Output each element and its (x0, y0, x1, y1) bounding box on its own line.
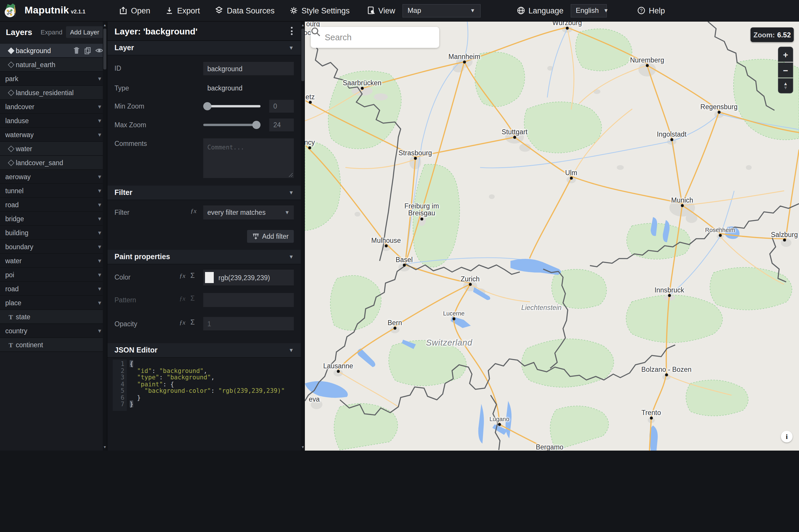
city-dot (498, 423, 501, 426)
color-field[interactable]: rgb(239,239,239) (203, 270, 294, 285)
chevron-down-icon: ▼ (97, 132, 102, 137)
sidebar-scrollbar[interactable]: ▲ ▼ (103, 22, 107, 450)
section-filter[interactable]: Filter ▼ (108, 186, 301, 200)
sidebar-item-continent[interactable]: Tcontinent (0, 338, 107, 352)
compass-button[interactable]: ▲▼ (778, 78, 793, 93)
export-button[interactable]: Export (166, 6, 200, 15)
add-filter-button[interactable]: Add filter (247, 230, 294, 243)
sidebar-item-country[interactable]: country▼ (0, 324, 107, 338)
section-json-editor[interactable]: JSON Editor ▼ (108, 343, 301, 358)
min-zoom-value[interactable]: 0 (269, 100, 294, 113)
search-input[interactable] (323, 32, 420, 43)
add-layer-button[interactable]: Add Layer (66, 26, 104, 38)
expand-button[interactable]: Expand (37, 26, 66, 37)
fx-icon[interactable]: ƒx (190, 207, 197, 214)
sidebar-item-tunnel[interactable]: tunnel▼ (0, 184, 107, 198)
city-dot (403, 264, 406, 266)
data-sources-button[interactable]: Data Sources (215, 6, 275, 15)
layer-type-icon (6, 90, 16, 95)
sidebar-item-road[interactable]: road▼ (0, 198, 107, 212)
comments-textarea[interactable]: Comment... (203, 138, 294, 178)
attribution-info-button[interactable]: i (781, 431, 793, 442)
sidebar-item-park[interactable]: park▼ (0, 72, 107, 86)
map-label: Lausanne (323, 362, 353, 369)
help-button[interactable]: ? Help (637, 6, 665, 15)
section-paint[interactable]: Paint properties ▼ (108, 250, 301, 264)
visibility-icon[interactable] (95, 47, 104, 54)
nav-menu: Open Export Data Sources Style Setti (119, 6, 350, 15)
chevron-down-icon: ▼ (289, 254, 294, 260)
layer-label: state (16, 313, 30, 320)
sidebar-item-waterway[interactable]: waterway▼ (0, 128, 107, 142)
sidebar-item-landuse_residential[interactable]: landuse_residential (0, 86, 107, 100)
zoom-out-button[interactable]: − (778, 62, 793, 78)
trash-icon[interactable] (73, 47, 80, 54)
layer-label: waterway (5, 131, 34, 138)
style-settings-button[interactable]: Style Settings (290, 6, 350, 15)
pattern-field[interactable] (203, 293, 294, 307)
map-search[interactable] (311, 27, 439, 48)
open-button[interactable]: Open (119, 6, 150, 15)
text-layer-icon: T (6, 313, 16, 320)
layer-label: natural_earth (16, 61, 55, 68)
map-label: Salzburg (771, 231, 798, 238)
city-dot (453, 318, 455, 320)
map-labels: ourgocWürzburgMannheimNurembergSaarbrück… (305, 22, 799, 450)
max-zoom-slider[interactable] (203, 118, 260, 131)
fx-icon[interactable]: ƒx (179, 272, 185, 279)
max-zoom-value[interactable]: 24 (269, 118, 294, 131)
view-select[interactable]: Map ▼ (402, 4, 480, 17)
fx-icon[interactable]: ƒx (179, 295, 185, 302)
language-select[interactable]: English ▼ (571, 4, 607, 17)
sigma-icon[interactable]: Σ (190, 271, 195, 280)
id-field[interactable]: background (203, 62, 294, 75)
opacity-field[interactable]: 1 (203, 317, 294, 330)
comments-placeholder: Comment... (207, 144, 244, 151)
json-code[interactable]: { "id": "background", "type": "backgroun… (127, 360, 285, 411)
sidebar-item-place[interactable]: place▼ (0, 296, 107, 310)
duplicate-icon[interactable] (84, 47, 91, 54)
sidebar-item-water[interactable]: water▼ (0, 254, 107, 268)
sidebar-item-aeroway[interactable]: aeroway▼ (0, 170, 107, 184)
sidebar-item-boundary[interactable]: boundary▼ (0, 240, 107, 254)
map-label: Ingolstadt (657, 131, 687, 138)
sidebar-item-landcover[interactable]: landcover▼ (0, 100, 107, 114)
city-dot (469, 283, 472, 286)
sidebar-item-landuse[interactable]: landuse▼ (0, 114, 107, 128)
sidebar-item-landcover_sand[interactable]: landcover_sand (0, 156, 107, 170)
layer-actions (73, 47, 104, 54)
sigma-icon[interactable]: Σ (190, 294, 195, 302)
filter-select[interactable]: every filter matches ▼ (203, 206, 294, 220)
sigma-icon[interactable]: Σ (190, 318, 195, 326)
sidebar-item-road[interactable]: road▼ (0, 282, 107, 296)
sidebar-item-state[interactable]: Tstate (0, 310, 107, 324)
sidebar-item-water[interactable]: water (0, 142, 107, 156)
city-dot (668, 294, 671, 297)
zoom-indicator: Zoom: 6.52 (750, 27, 794, 42)
sidebar-item-background[interactable]: background (0, 44, 107, 58)
sidebar-item-building[interactable]: building▼ (0, 226, 107, 240)
json-editor[interactable]: 1234567 { "id": "background", "type": "b… (113, 360, 294, 411)
editor-scrollbar[interactable]: ▲ ▼ (301, 22, 305, 450)
opacity-label: Opacity (114, 320, 137, 327)
kebab-menu-icon[interactable] (291, 27, 293, 35)
section-layer[interactable]: Layer ▼ (108, 41, 301, 55)
min-zoom-slider[interactable] (203, 100, 260, 113)
layer-label: place (5, 299, 21, 306)
layer-label: water (5, 257, 22, 264)
zoom-in-button[interactable]: + (778, 47, 793, 62)
resize-handle[interactable] (289, 173, 293, 177)
language-label: Language (517, 6, 563, 15)
fx-icon[interactable]: ƒx (179, 319, 185, 326)
layer-label: continent (16, 341, 43, 348)
sidebar-item-bridge[interactable]: bridge▼ (0, 212, 107, 226)
nav-right: View Map ▼ Language English ▼ ? (367, 4, 665, 17)
color-swatch[interactable] (205, 272, 214, 283)
layer-label: aeroway (5, 173, 31, 180)
chevron-down-icon: ▼ (603, 7, 609, 14)
map-canvas[interactable]: ourgocWürzburgMannheimNurembergSaarbrück… (305, 22, 799, 450)
map-label: Bern (388, 319, 402, 326)
comments-label: Comments (114, 140, 147, 147)
sidebar-item-natural_earth[interactable]: natural_earth (0, 58, 107, 72)
sidebar-item-poi[interactable]: poi▼ (0, 268, 107, 282)
